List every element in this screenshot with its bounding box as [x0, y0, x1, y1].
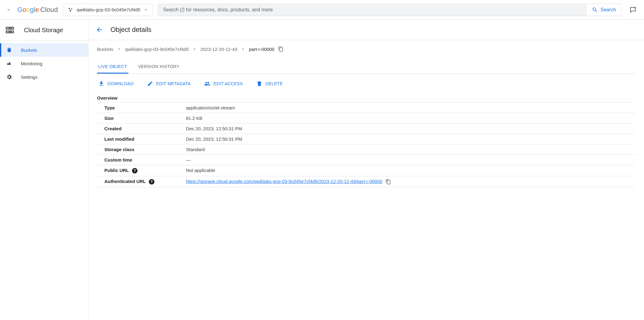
svg-point-0	[68, 8, 70, 9]
table-row: Storage classStandard	[97, 144, 635, 155]
download-button-label: DOWNLOAD	[107, 81, 134, 86]
table-row: Authenticated URL ? https://storage.clou…	[97, 176, 635, 187]
pencil-icon	[147, 81, 153, 87]
trash-icon	[256, 81, 262, 87]
chevron-right-icon	[241, 47, 245, 51]
edit-access-button[interactable]: EDIT ACCESS	[204, 81, 243, 87]
svg-rect-5	[7, 28, 9, 29]
gear-icon	[6, 74, 12, 80]
chat-assistant-icon[interactable]	[627, 4, 639, 16]
project-picker[interactable]: qwiklabs-gcp-03-9c045e7cf4d5	[63, 4, 153, 16]
edit-metadata-button-label: EDIT METADATA	[156, 81, 191, 86]
delete-button[interactable]: DELETE	[256, 81, 283, 87]
product-title: Cloud Storage	[24, 27, 63, 34]
help-icon[interactable]: ?	[149, 179, 154, 185]
overview-table: Typeapplication/octet-stream Size81.2 KB…	[97, 103, 635, 187]
svg-point-1	[71, 8, 72, 10]
search-input[interactable]	[158, 7, 586, 13]
help-icon[interactable]: ?	[132, 168, 138, 173]
search-icon	[592, 7, 598, 13]
hamburger-menu-icon[interactable]	[5, 6, 12, 13]
overview-heading: Overview	[97, 93, 635, 103]
monitoring-icon	[6, 60, 12, 67]
chevron-right-icon	[192, 47, 197, 51]
download-icon	[98, 81, 104, 87]
copy-icon[interactable]	[278, 46, 284, 52]
sidebar-item-label: Monitoring	[21, 61, 42, 66]
project-name: qwiklabs-gcp-03-9c045e7cf4d5	[77, 7, 141, 12]
breadcrumb-folder[interactable]: 2023-12-20-12-43	[200, 47, 237, 52]
breadcrumb-root[interactable]: Buckets	[97, 47, 113, 52]
cloud-storage-icon	[5, 25, 15, 35]
download-button[interactable]: DOWNLOAD	[98, 81, 134, 87]
search-button[interactable]: Search	[586, 4, 622, 16]
sidebar-item-label: Settings	[21, 74, 37, 80]
auth-url-label: Authenticated URL	[104, 179, 146, 184]
sidebar-item-buckets[interactable]: Buckets	[0, 43, 88, 57]
table-row: Custom time—	[97, 155, 635, 165]
table-row: Typeapplication/octet-stream	[97, 103, 635, 113]
edit-access-button-label: EDIT ACCESS	[213, 81, 243, 86]
breadcrumb-bucket[interactable]: qwiklabs-gcp-03-9c045e7cf4d5	[125, 47, 189, 52]
google-cloud-logo[interactable]: Google Cloud	[17, 6, 58, 14]
copy-icon[interactable]	[386, 179, 391, 185]
project-icon	[68, 7, 74, 13]
public-url-label: Public URL	[104, 168, 129, 173]
svg-point-8	[12, 31, 13, 32]
search-container: Search	[158, 4, 622, 16]
table-row: Size81.2 KB	[97, 113, 635, 124]
svg-point-7	[12, 28, 13, 29]
tab-version-history[interactable]: VERSION HISTORY	[137, 60, 181, 74]
chevron-right-icon	[117, 47, 121, 51]
sidebar-item-settings[interactable]: Settings	[0, 70, 88, 84]
back-arrow-icon[interactable]	[96, 26, 103, 33]
bucket-icon	[6, 47, 12, 53]
authenticated-url-link[interactable]: https://storage.cloud.google.com/qwiklab…	[186, 179, 382, 184]
svg-point-2	[69, 10, 71, 11]
breadcrumb: Buckets qwiklabs-gcp-03-9c045e7cf4d5 202…	[97, 46, 635, 52]
tab-live-object[interactable]: LIVE OBJECT	[97, 60, 128, 74]
table-row: Last modifiedDec 20, 2023, 12:50:31 PM	[97, 134, 635, 144]
dropdown-icon	[143, 7, 148, 12]
search-button-label: Search	[600, 7, 616, 13]
page-title: Object details	[111, 26, 151, 34]
breadcrumb-object: part-r-00000	[249, 47, 274, 52]
delete-button-label: DELETE	[266, 81, 283, 86]
edit-metadata-button[interactable]: EDIT METADATA	[147, 81, 191, 87]
table-row: Public URL ? Not applicable	[97, 165, 635, 176]
svg-rect-6	[7, 32, 9, 32]
product-header: Cloud Storage	[0, 20, 88, 41]
cloud-text: Cloud	[40, 6, 58, 14]
sidebar-item-label: Buckets	[21, 48, 37, 53]
table-row: CreatedDec 20, 2023, 12:50:31 PM	[97, 124, 635, 134]
people-icon	[204, 81, 210, 87]
sidebar-item-monitoring[interactable]: Monitoring	[0, 57, 88, 70]
